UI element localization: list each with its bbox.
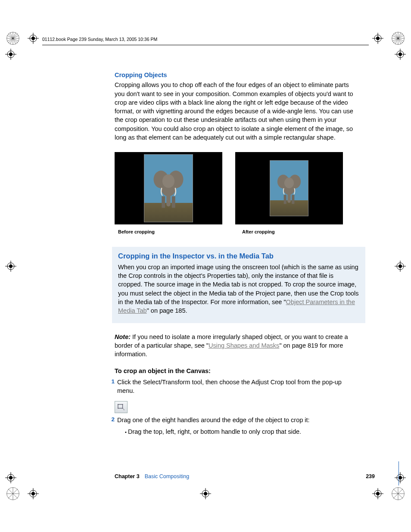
printer-sunburst-icon	[6, 31, 20, 46]
step-2: 2 Drag one of the eight handles around t…	[107, 416, 358, 436]
section-heading: Cropping Objects	[115, 71, 358, 79]
svg-rect-86	[118, 404, 123, 408]
registration-mark-icon	[372, 488, 383, 499]
svg-rect-82	[287, 190, 290, 203]
caption-before: Before cropping	[115, 229, 226, 235]
figure-row	[115, 152, 358, 224]
footer-rule	[399, 461, 399, 485]
registration-mark-icon	[5, 49, 16, 60]
figure-before-cropping	[115, 152, 222, 224]
caption-after: After cropping	[239, 229, 350, 235]
step-number: 2	[107, 416, 117, 436]
footer-title: Basic Compositing	[145, 473, 190, 481]
step-bullet: Drag the top, left, right, or bottom han…	[125, 427, 358, 436]
section-body: Cropping allows you to chop off each of …	[115, 81, 358, 142]
page-content: Cropping Objects Cropping allows you to …	[115, 71, 358, 436]
registration-mark-icon	[5, 261, 16, 272]
note-paragraph: Note: If you need to isolate a more irre…	[115, 333, 358, 359]
registration-mark-icon	[395, 49, 406, 60]
footer-chapter: Chapter 3	[115, 473, 140, 481]
registration-mark-icon	[372, 33, 383, 44]
registration-mark-icon	[28, 488, 39, 499]
figure-after-cropping	[235, 152, 343, 224]
figure-captions: Before cropping After cropping	[115, 229, 358, 235]
svg-point-83	[284, 177, 294, 188]
printer-sunburst-icon	[391, 486, 405, 501]
svg-rect-88	[122, 404, 123, 405]
svg-rect-75	[166, 190, 170, 206]
step-1: 1 Click the Select/Transform tool, then …	[107, 378, 358, 395]
elephant-icon	[152, 169, 185, 210]
printer-sunburst-icon	[391, 31, 405, 46]
svg-rect-84	[284, 195, 286, 204]
callout-body: When you crop an imported image using th…	[118, 263, 359, 315]
svg-point-76	[162, 174, 174, 188]
printer-sunburst-icon	[6, 486, 20, 501]
callout-box: Cropping in the Inspector vs. in the Med…	[112, 247, 365, 323]
step-body: Click the Select/Transform tool, then ch…	[117, 378, 358, 395]
elephant-icon	[276, 174, 302, 205]
registration-mark-icon	[395, 472, 406, 483]
svg-rect-89	[118, 408, 118, 409]
link-shapes-masks[interactable]: Using Shapes and Masks	[209, 342, 279, 349]
note-label: Note:	[115, 333, 132, 340]
registration-mark-icon	[200, 488, 211, 499]
footer-page-number: 239	[366, 473, 377, 481]
svg-rect-87	[118, 404, 118, 405]
running-header: 01112.book Page 239 Sunday, March 13, 20…	[42, 36, 157, 43]
crop-tool-icon	[115, 401, 128, 413]
header-rule	[42, 45, 369, 45]
registration-mark-icon	[28, 33, 39, 44]
elephant-photo	[144, 154, 193, 222]
registration-mark-icon	[395, 261, 406, 272]
svg-rect-85	[292, 195, 294, 204]
callout-title: Cropping in the Inspector vs. in the Med…	[118, 251, 359, 261]
svg-rect-78	[172, 196, 175, 208]
step-body: Drag one of the eight handles around the…	[117, 416, 358, 436]
page-footer: Chapter 3 Basic Compositing 239	[115, 473, 377, 481]
svg-rect-77	[162, 196, 165, 208]
step-number: 1	[107, 378, 117, 395]
elephant-photo-cropped	[270, 160, 308, 216]
registration-mark-icon	[5, 472, 16, 483]
procedure-title: To crop an object in the Canvas:	[115, 367, 358, 375]
